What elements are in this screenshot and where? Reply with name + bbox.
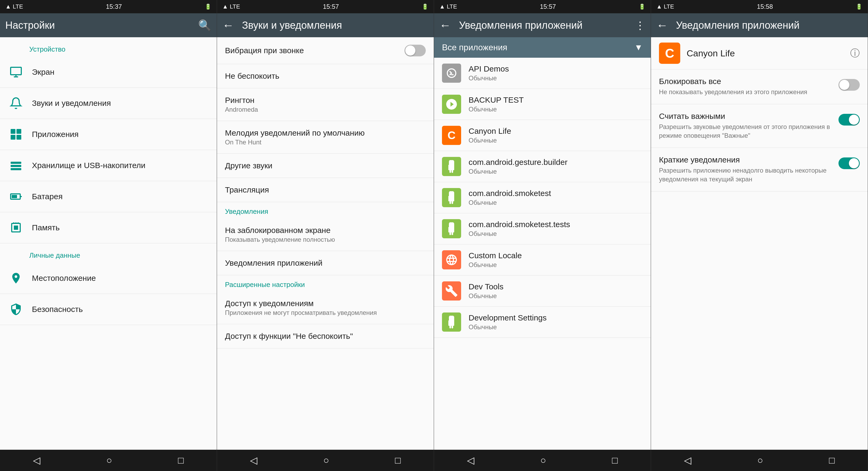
custom-locale-icon: [442, 250, 461, 270]
item-other-sounds[interactable]: Другие звуки: [217, 154, 434, 178]
app-name-canyon: Canyon Life: [469, 127, 643, 136]
status-icons-left: ▲ LTE: [5, 3, 23, 10]
screen-app-notifications: ▲ LTE 15:57 🔋 ← Уведомления приложений ⋮…: [434, 0, 651, 471]
item-title-security: Безопасность: [32, 305, 209, 314]
toggle-important[interactable]: [838, 114, 860, 126]
canyon-app-header: C Canyon Life ⓘ: [651, 37, 868, 69]
nav-recents-2[interactable]: □: [387, 452, 409, 469]
app-name-dev-settings: Development Settings: [469, 313, 643, 322]
list-item-memory[interactable]: Память: [0, 212, 217, 243]
setting-title-block-all: Блокировать все: [659, 77, 833, 86]
item-dnd[interactable]: Не беспокоить: [217, 64, 434, 88]
item-app-notifications[interactable]: Уведомления приложений: [217, 251, 434, 275]
item-title-sounds: Звуки и уведомления: [32, 99, 209, 108]
svg-rect-8: [11, 165, 21, 167]
list-item-sounds[interactable]: Звуки и уведомления: [0, 88, 217, 119]
svg-rect-11: [12, 195, 17, 198]
status-bar-1: ▲ LTE 15:37 🔋: [0, 0, 217, 13]
canyon-app-icon: C: [659, 42, 680, 64]
app-item-gesture-builder[interactable]: com.android.gesture.builder Обычные: [434, 151, 651, 182]
nav-home-1[interactable]: ○: [98, 452, 120, 469]
app-item-custom-locale[interactable]: Custom Locale Обычные: [434, 244, 651, 276]
setting-brief[interactable]: Краткие уведомления Разрешить приложению…: [651, 148, 868, 191]
toggle-vibrate[interactable]: [404, 45, 426, 56]
search-icon[interactable]: 🔍: [198, 19, 211, 32]
bell-icon: [8, 95, 24, 111]
security-icon: [8, 301, 24, 317]
status-icons-left-4: ▲ LTE: [656, 3, 674, 10]
nav-back-1[interactable]: ◁: [25, 452, 49, 469]
title-app-notifications: Уведомления приложений: [225, 258, 426, 268]
toolbar-title-4: Уведомления приложений: [676, 20, 862, 31]
toggle-brief[interactable]: [838, 157, 860, 169]
item-ringtone[interactable]: Рингтон Andromeda: [217, 88, 434, 121]
nav-back-4[interactable]: ◁: [676, 452, 700, 469]
nav-recents-3[interactable]: □: [604, 452, 626, 469]
setting-desc-block-all: Не показывать уведомления из этого прило…: [659, 88, 833, 97]
section-label-notifications: Уведомления: [217, 202, 434, 218]
nav-home-4[interactable]: ○: [749, 452, 771, 469]
app-item-canyon-life[interactable]: C Canyon Life Обычные: [434, 120, 651, 151]
title-notification-melody: Мелодия уведомлений по умолчанию: [225, 128, 426, 137]
setting-block-all[interactable]: Блокировать все Не показывать уведомлени…: [651, 69, 868, 104]
title-ringtone: Рингтон: [225, 96, 426, 105]
setting-important[interactable]: Считать важными Разрешить звуковые уведо…: [651, 104, 868, 148]
back-button-4[interactable]: ←: [656, 19, 668, 32]
app-item-api-demos[interactable]: API Demos Обычные: [434, 58, 651, 89]
nav-back-2[interactable]: ◁: [242, 452, 266, 469]
time-1: 15:37: [106, 3, 122, 10]
back-button-2[interactable]: ←: [222, 19, 234, 32]
item-notification-melody[interactable]: Мелодия уведомлений по умолчанию On The …: [217, 121, 434, 154]
app-item-dev-tools[interactable]: Dev Tools Обычные: [434, 276, 651, 307]
dropdown-arrow-icon: ▼: [634, 42, 643, 53]
app-item-smoketest-tests[interactable]: com.android.smoketest.tests Обычные: [434, 213, 651, 244]
subtitle-notification-melody: On The Hunt: [225, 138, 426, 146]
more-options-icon[interactable]: ⋮: [635, 19, 645, 31]
item-title-screen: Экран: [32, 68, 209, 76]
storage-icon: [8, 157, 24, 174]
canyon-settings-list: C Canyon Life ⓘ Блокировать все Не показ…: [651, 37, 868, 450]
app-item-dev-settings[interactable]: Development Settings Обычные: [434, 307, 651, 338]
section-header-personal: Личные данные: [0, 243, 217, 263]
back-button-3[interactable]: ←: [439, 19, 451, 32]
list-item-screen[interactable]: Экран: [0, 57, 217, 88]
app-name-custom-locale: Custom Locale: [469, 251, 643, 260]
nav-home-3[interactable]: ○: [532, 452, 554, 469]
dropdown-bar[interactable]: Все приложения ▼: [434, 37, 651, 58]
nav-recents-4[interactable]: □: [821, 452, 843, 469]
screen-sounds: ▲ LTE 15:57 🔋 ← Звуки и уведомления Вибр…: [217, 0, 434, 471]
app-type-api-demos: Обычные: [469, 74, 643, 82]
list-item-battery[interactable]: Батарея: [0, 181, 217, 212]
item-vibrate[interactable]: Вибрация при звонке: [217, 37, 434, 64]
setting-desc-brief: Разрешить приложению ненадолго выводить …: [659, 166, 833, 184]
nav-back-3[interactable]: ◁: [459, 452, 483, 469]
toggle-block-all[interactable]: [838, 79, 860, 91]
app-item-backup-test[interactable]: BACKUP TEST Обычные: [434, 89, 651, 120]
svg-rect-5: [11, 135, 16, 139]
info-icon[interactable]: ⓘ: [850, 47, 860, 60]
setting-title-brief: Краткие уведомления: [659, 155, 833, 164]
dev-settings-icon: [442, 313, 461, 332]
nav-home-2[interactable]: ○: [315, 452, 337, 469]
item-title-storage: Хранилище и USB-накопители: [32, 161, 209, 170]
nav-bar-1: ◁ ○ □: [0, 450, 217, 471]
item-dnd-access[interactable]: Доступ к функции "Не беспокоить": [217, 324, 434, 348]
app-type-canyon: Обычные: [469, 137, 643, 144]
list-item-apps[interactable]: Приложения: [0, 119, 217, 150]
app-type-smoketest: Обычные: [469, 199, 643, 207]
list-item-security[interactable]: Безопасность: [0, 294, 217, 325]
title-dnd-access: Доступ к функции "Не беспокоить": [225, 332, 426, 341]
list-item-location[interactable]: Местоположение: [0, 263, 217, 294]
item-title-battery: Батарея: [32, 192, 209, 201]
nav-recents-1[interactable]: □: [170, 452, 192, 469]
list-item-storage[interactable]: Хранилище и USB-накопители: [0, 150, 217, 181]
app-type-custom-locale: Обычные: [469, 261, 643, 269]
app-type-dev-settings: Обычные: [469, 323, 643, 331]
app-type-dev-tools: Обычные: [469, 292, 643, 300]
svg-rect-13: [14, 225, 18, 230]
svg-rect-9: [11, 168, 21, 170]
item-cast[interactable]: Трансляция: [217, 178, 434, 202]
item-locked-screen[interactable]: На заблокированном экране Показывать уве…: [217, 218, 434, 251]
app-item-smoketest[interactable]: com.android.smoketest Обычные: [434, 182, 651, 213]
item-notification-access[interactable]: Доступ к уведомлениям Приложения не могу…: [217, 291, 434, 324]
